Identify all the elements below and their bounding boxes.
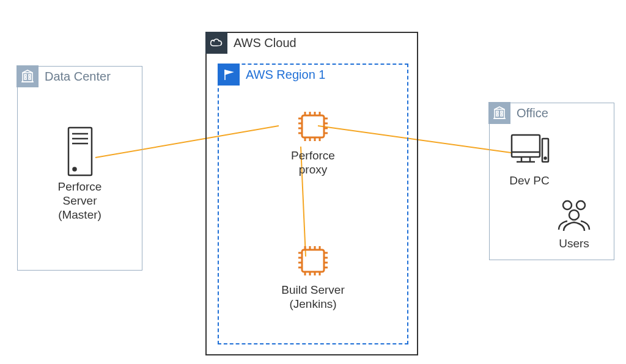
svg-rect-5 [29,75,31,76]
svg-rect-7 [29,78,31,79]
desktop-computer-icon [508,133,551,170]
server-icon [66,126,94,177]
users: Users [540,197,608,251]
svg-rect-14 [302,115,324,137]
svg-rect-4 [24,75,26,76]
office-box: Office Dev PC [489,103,614,260]
svg-rect-51 [496,114,498,116]
svg-point-62 [569,210,579,220]
diagram-canvas: Data Center Perforce Server (Master) [0,0,626,364]
aws-region-title: AWS Region 1 [240,64,325,86]
perforce-server-label: Perforce Server (Master) [18,180,142,222]
building-icon [17,65,39,87]
aws-region-box: AWS Region 1 Perforc [218,64,408,344]
dev-pc-label: Dev PC [496,174,563,188]
svg-rect-50 [501,111,503,113]
datacenter-title: Data Center [39,65,111,87]
aws-cloud-box: AWS Cloud AWS Region 1 [205,32,418,355]
flag-icon [218,64,240,86]
building-icon [488,102,510,124]
svg-point-60 [563,201,572,209]
svg-rect-6 [24,78,26,79]
svg-point-61 [576,201,585,209]
svg-rect-49 [496,111,498,113]
cloud-icon [205,32,227,54]
svg-point-59 [545,158,547,159]
chip-icon [294,107,332,145]
office-title: Office [510,102,548,124]
aws-cloud-title: AWS Cloud [227,32,296,54]
svg-point-12 [73,168,76,171]
svg-rect-53 [512,135,540,157]
svg-rect-52 [501,114,503,116]
build-server: Build Server (Jenkins) [219,242,407,311]
perforce-proxy: Perforce proxy [219,107,407,177]
perforce-proxy-label: Perforce proxy [219,149,407,177]
users-label: Users [540,237,608,251]
datacenter-box: Data Center Perforce Server (Master) [17,66,142,271]
users-icon [553,197,595,233]
svg-rect-31 [302,250,324,272]
build-server-label: Build Server (Jenkins) [219,283,407,311]
dev-pc: Dev PC [496,133,563,188]
svg-rect-8 [68,128,92,175]
perforce-server: Perforce Server (Master) [18,126,142,222]
chip-icon [294,242,332,280]
